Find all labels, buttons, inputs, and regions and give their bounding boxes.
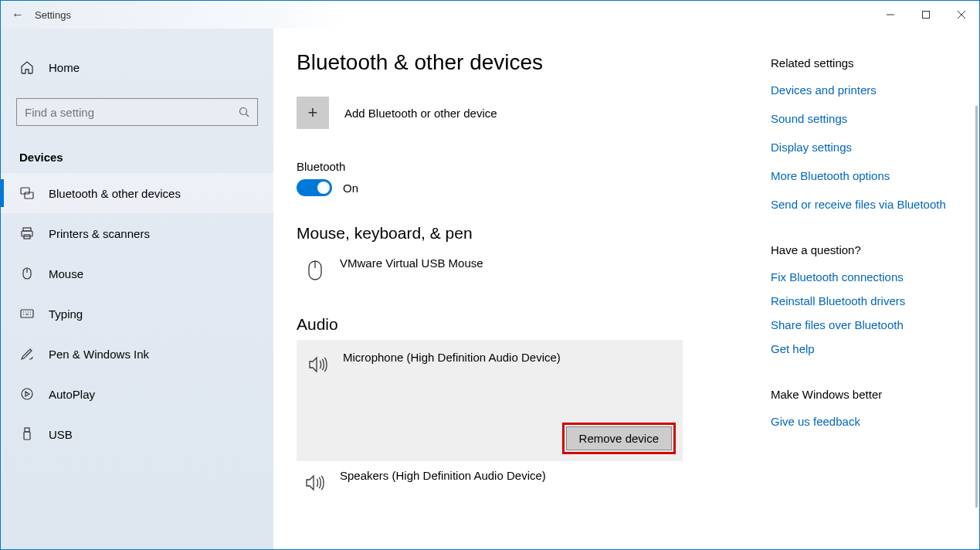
bluetooth-label: Bluetooth [297, 160, 744, 173]
plus-icon: + [297, 97, 329, 129]
speaker-icon [307, 351, 329, 379]
add-device-label: Add Bluetooth or other device [344, 107, 497, 120]
printer-icon [19, 226, 35, 241]
minimize-button[interactable] [873, 2, 908, 27]
sidebar-item-mouse[interactable]: Mouse [1, 253, 273, 294]
svg-rect-0 [923, 12, 930, 19]
group-audio-title: Audio [297, 315, 744, 334]
speaker-icon [304, 469, 326, 497]
sidebar-item-label: Pen & Windows Ink [49, 348, 149, 361]
scrollbar[interactable] [975, 106, 978, 508]
sidebar: Home Devices Bluetooth & other devices P… [1, 29, 273, 549]
bluetooth-state: On [343, 182, 358, 195]
link-share-files[interactable]: Share files over Bluetooth [771, 318, 956, 331]
device-speakers[interactable]: Speakers (High Definition Audio Device) [297, 461, 744, 504]
sidebar-item-printers[interactable]: Printers & scanners [1, 213, 273, 253]
link-display-settings[interactable]: Display settings [771, 141, 956, 154]
link-get-help[interactable]: Get help [771, 342, 956, 355]
back-button[interactable]: ← [12, 8, 24, 22]
related-title: Related settings [771, 56, 956, 70]
mouse-icon [19, 266, 35, 281]
maximize-button[interactable] [908, 2, 944, 27]
link-fix-bluetooth[interactable]: Fix Bluetooth connections [771, 270, 956, 283]
page-title: Bluetooth & other devices [297, 50, 744, 75]
network-icon [19, 185, 35, 201]
sidebar-section-label: Devices [1, 144, 273, 173]
link-reinstall-drivers[interactable]: Reinstall Bluetooth drivers [771, 294, 956, 307]
sidebar-item-bluetooth[interactable]: Bluetooth & other devices [1, 173, 273, 213]
titlebar: ← Settings [1, 1, 979, 29]
device-mouse[interactable]: VMware Virtual USB Mouse [297, 249, 744, 292]
link-feedback[interactable]: Give us feedback [771, 415, 956, 428]
svg-rect-11 [24, 432, 30, 440]
group-mouse-title: Mouse, keyboard, & pen [297, 224, 744, 243]
close-button[interactable] [944, 2, 979, 27]
pen-icon [19, 346, 35, 362]
device-label: Speakers (High Definition Audio Device) [340, 469, 546, 482]
svg-point-9 [22, 389, 32, 399]
home-label: Home [49, 61, 80, 74]
link-more-bluetooth[interactable]: More Bluetooth options [771, 169, 956, 182]
device-label: Microphone (High Definition Audio Device… [343, 351, 561, 364]
link-send-receive[interactable]: Send or receive files via Bluetooth [771, 198, 956, 211]
link-devices-printers[interactable]: Devices and printers [771, 83, 956, 97]
sidebar-item-pen[interactable]: Pen & Windows Ink [1, 334, 273, 374]
svg-point-1 [240, 108, 247, 115]
svg-rect-8 [21, 310, 33, 317]
sidebar-item-label: Bluetooth & other devices [49, 187, 181, 200]
mouse-device-icon [304, 256, 326, 284]
autoplay-icon [19, 386, 35, 402]
sidebar-item-label: Typing [49, 307, 83, 321]
device-label: VMware Virtual USB Mouse [340, 256, 483, 270]
sidebar-item-label: Printers & scanners [49, 227, 150, 240]
svg-rect-10 [25, 428, 29, 432]
link-sound-settings[interactable]: Sound settings [771, 112, 956, 125]
usb-icon [19, 426, 35, 442]
sidebar-item-autoplay[interactable]: AutoPlay [1, 374, 273, 414]
home-icon [19, 59, 35, 75]
search-field[interactable] [25, 106, 239, 119]
window-title: Settings [35, 9, 71, 21]
sidebar-item-typing[interactable]: Typing [1, 294, 273, 334]
main-panel: Bluetooth & other devices + Add Bluetoot… [273, 29, 979, 549]
feedback-title: Make Windows better [771, 388, 956, 401]
keyboard-icon [19, 306, 35, 321]
svg-rect-4 [23, 228, 31, 231]
remove-device-button[interactable]: Remove device [566, 426, 672, 450]
sidebar-item-label: Mouse [49, 267, 83, 280]
home-nav[interactable]: Home [1, 53, 273, 81]
sidebar-item-label: AutoPlay [49, 388, 95, 401]
bluetooth-toggle[interactable] [297, 179, 332, 196]
sidebar-item-label: USB [49, 428, 73, 441]
svg-rect-5 [22, 231, 32, 236]
question-title: Have a question? [771, 243, 956, 256]
device-microphone[interactable]: Microphone (High Definition Audio Device… [297, 340, 683, 461]
sidebar-item-usb[interactable]: USB [1, 414, 273, 454]
search-input[interactable] [16, 98, 258, 126]
add-device-button[interactable]: + Add Bluetooth or other device [297, 97, 744, 129]
search-icon [239, 107, 249, 117]
